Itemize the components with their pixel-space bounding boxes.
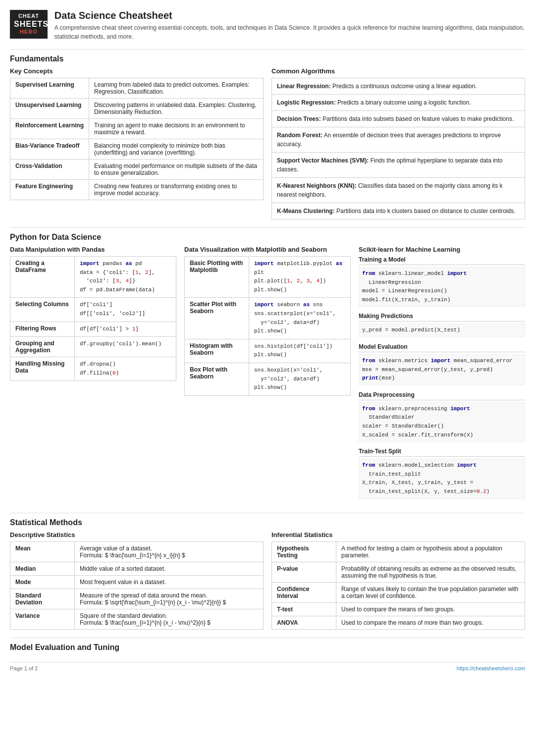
inf-term: Confidence Interval [272, 582, 336, 602]
mpl-code: import matplotlib.pyplot as plt plt.plot… [249, 257, 351, 298]
mpl-term: Box Plot with Seaborn [185, 363, 249, 395]
stat-desc: Most frequent value in a dataset. [75, 575, 264, 589]
common-algorithms-panel: Common Algorithms Linear Regression: Pre… [271, 67, 525, 219]
table-row: Selecting Columnsdf['col1'] df[['col1', … [10, 298, 176, 322]
mpl-term: Basic Plotting with Matplotlib [185, 257, 249, 298]
sklearn-sub-title: Training a Model [359, 256, 525, 265]
desc-cell: Training an agent to make decisions in a… [89, 119, 264, 139]
desc-cell: Creating new features or transforming ex… [89, 180, 264, 200]
table-row: Hypothesis TestingA method for testing a… [272, 541, 525, 562]
term-cell: Cross-Validation [10, 160, 89, 180]
stat-term: Mean [10, 541, 75, 562]
sklearn-panel: Scikit-learn for Machine Learning Traini… [359, 246, 525, 505]
list-item: K-Means Clustering: Partitions data into… [272, 203, 525, 219]
python-section-title: Python for Data Science [10, 227, 525, 242]
python-section: Python for Data Science Data Manipulatio… [10, 227, 525, 505]
inferential-label: Inferential Statistics [271, 531, 525, 539]
inferential-table: Hypothesis TestingA method for testing a… [271, 541, 525, 630]
stat-term: Variance [10, 609, 75, 629]
pandas-term: Filtering Rows [10, 322, 75, 337]
mpl-code: sns.histplot(df['col1']) plt.show() [249, 339, 351, 363]
model-eval-title: Model Evaluation and Tuning [10, 638, 525, 652]
list-item: Decision Trees: Partitions data into sub… [272, 111, 525, 127]
term-cell: Feature Engineering [10, 180, 89, 200]
inf-desc: A method for testing a claim or hypothes… [336, 541, 525, 562]
sklearn-sub-title: Train-Test Split [359, 448, 525, 457]
table-row: Unsupervised LearningDiscovering pattern… [10, 99, 264, 119]
mpl-term: Scatter Plot with Seaborn [185, 298, 249, 339]
table-row: Supervised LearningLearning from labeled… [10, 78, 264, 99]
term-cell: Bias-Variance Tradeoff [10, 139, 89, 160]
table-row: Standard DeviationMeasure of the spread … [10, 589, 264, 609]
desc-cell: Discovering patterns in unlabeled data. … [89, 99, 264, 119]
table-row: Reinforcement LearningTraining an agent … [10, 119, 264, 139]
pandas-code: df.dropna() df.fillna(0) [75, 357, 176, 381]
sklearn-sub-title: Making Predictions [359, 313, 525, 322]
stat-desc: Square of the standard deviation.Formula… [75, 609, 264, 629]
pandas-term: Selecting Columns [10, 298, 75, 322]
list-item: Random Forest: An ensemble of decision t… [272, 127, 525, 153]
stat-desc: Measure of the spread of data around the… [75, 589, 264, 609]
sklearn-subsection: Data Preprocessingfrom sklearn.preproces… [359, 391, 525, 442]
pandas-panel: Data Manipulation with Pandas Creating a… [10, 246, 176, 505]
fundamentals-cols: Key Concepts Supervised LearningLearning… [10, 67, 525, 219]
pandas-code: df.groupby('col1').mean() [75, 337, 176, 357]
page-description: A comprehensive cheat sheet covering ess… [54, 23, 525, 41]
term-cell: Unsupervised Learning [10, 99, 89, 119]
table-row: MedianMiddle value of a sorted dataset. [10, 562, 264, 575]
table-row: Grouping and Aggregationdf.groupby('col1… [10, 337, 176, 357]
table-row: Handling Missing Datadf.dropna() df.fill… [10, 357, 176, 381]
sklearn-subsection: Train-Test Splitfrom sklearn.model_selec… [359, 448, 525, 498]
table-row: VarianceSquare of the standard deviation… [10, 609, 264, 629]
stat-desc: Average value of a dataset.Formula: $ \f… [75, 541, 264, 562]
pandas-code: df[df['col1'] > 1] [75, 322, 176, 337]
matplotlib-panel: Data Visualization with Matplotlib and S… [184, 246, 351, 505]
inf-term: Hypothesis Testing [272, 541, 336, 562]
table-row: ANOVAUsed to compare the means of more t… [272, 616, 525, 629]
fundamentals-section: Fundamentals Key Concepts Supervised Lea… [10, 49, 525, 219]
mpl-code: import seaborn as sns sns.scatterplot(x=… [249, 298, 351, 339]
python-cols: Data Manipulation with Pandas Creating a… [10, 246, 525, 505]
statistical-title: Statistical Methods [10, 513, 525, 527]
logo-sheets: SHEETS [14, 19, 44, 29]
table-row: Cross-ValidationEvaluating model perform… [10, 160, 264, 180]
table-row: Histogram with Seabornsns.histplot(df['c… [185, 339, 351, 363]
list-item: K-Nearest Neighbors (KNN): Classifies da… [272, 178, 525, 203]
table-row: Bias-Variance TradeoffBalancing model co… [10, 139, 264, 160]
stat-term: Mode [10, 575, 75, 589]
key-concepts-label: Key Concepts [10, 67, 264, 75]
descriptive-label: Descriptive Statistics [10, 531, 264, 539]
header-text-block: Data Science Cheatsheet A comprehensive … [54, 10, 525, 41]
sklearn-subsection: Making Predictionsy_pred = model.predict… [359, 313, 525, 337]
logo-cheat: CHEAT [14, 13, 44, 19]
inf-term: P-value [272, 562, 336, 582]
matplotlib-table: Basic Plotting with Matplotlibimport mat… [184, 256, 351, 396]
inferential-panel: Inferential Statistics Hypothesis Testin… [271, 531, 525, 630]
list-item: Logistic Regression: Predicts a binary o… [272, 95, 525, 111]
statistical-section: Statistical Methods Descriptive Statisti… [10, 513, 525, 630]
key-concepts-table: Supervised LearningLearning from labeled… [10, 78, 264, 200]
term-cell: Supervised Learning [10, 78, 89, 99]
mpl-term: Histogram with Seaborn [185, 339, 249, 363]
stat-term: Standard Deviation [10, 589, 75, 609]
pandas-label: Data Manipulation with Pandas [10, 246, 176, 253]
page-number: Page 1 of 2 [10, 665, 38, 671]
inf-desc: Used to compare the means of more than t… [336, 616, 525, 629]
descriptive-table: MeanAverage value of a dataset.Formula: … [10, 541, 264, 630]
key-concepts-panel: Key Concepts Supervised LearningLearning… [10, 67, 264, 219]
fundamentals-title: Fundamentals [10, 49, 525, 63]
descriptive-panel: Descriptive Statistics MeanAverage value… [10, 531, 264, 630]
logo: CHEAT SHEETS HERO [10, 10, 48, 39]
list-item: Support Vector Machines (SVM): Finds the… [272, 153, 525, 178]
matplotlib-label: Data Visualization with Matplotlib and S… [184, 246, 351, 253]
table-row: MeanAverage value of a dataset.Formula: … [10, 541, 264, 562]
term-cell: Reinforcement Learning [10, 119, 89, 139]
table-row: Confidence IntervalRange of values likel… [272, 582, 525, 602]
table-row: P-valueProbability of obtaining results … [272, 562, 525, 582]
mpl-code: sns.boxplot(x='col1', y='col2', data=df)… [249, 363, 351, 395]
table-row: Box Plot with Seabornsns.boxplot(x='col1… [185, 363, 351, 395]
footer-link[interactable]: https://cheatsheetshero.com [457, 665, 525, 671]
table-row: Creating a DataFrameimport pandas as pd … [10, 257, 176, 298]
pandas-table: Creating a DataFrameimport pandas as pd … [10, 256, 176, 381]
pandas-term: Creating a DataFrame [10, 257, 75, 298]
